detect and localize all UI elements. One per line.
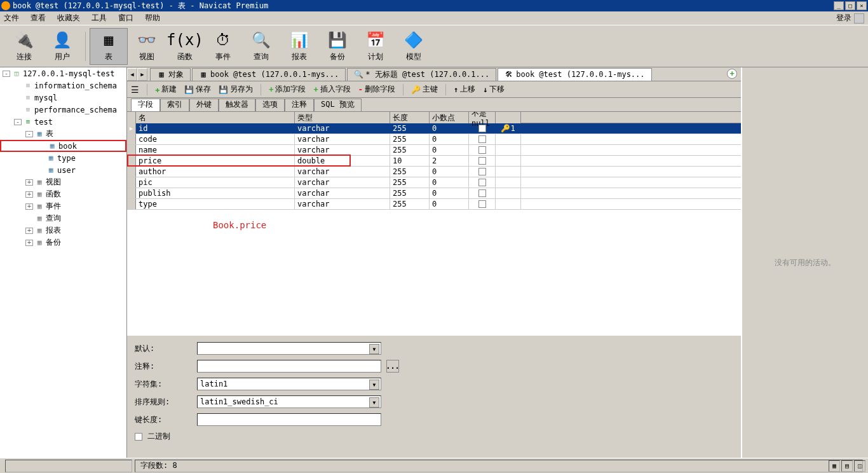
- field-row-price[interactable]: price double 10 2: [127, 156, 741, 167]
- notnull-checkbox[interactable]: [478, 189, 486, 197]
- cell-name[interactable]: price: [136, 156, 295, 166]
- tool-用户[interactable]: 👤用户: [43, 28, 81, 65]
- notnull-checkbox[interactable]: [478, 200, 486, 208]
- cell-length[interactable]: 255: [390, 134, 430, 144]
- field-row-type[interactable]: type varchar 255 0: [127, 199, 741, 210]
- expand-toggle[interactable]: -: [3, 71, 10, 77]
- add-tab-button[interactable]: +: [727, 69, 737, 79]
- subtab-索引[interactable]: 索引: [160, 99, 189, 111]
- tree-item-报表[interactable]: +▦报表: [0, 224, 126, 236]
- tree-item-performance_schema[interactable]: ≡performance_schema: [0, 104, 126, 116]
- tree-item-表[interactable]: -▦表: [0, 128, 126, 140]
- notnull-checkbox[interactable]: ✓: [478, 125, 486, 132]
- menu-工具[interactable]: 工具: [92, 13, 107, 24]
- expand-toggle[interactable]: +: [25, 179, 33, 186]
- subtab-外键[interactable]: 外键: [189, 99, 219, 111]
- field-row-author[interactable]: author varchar 255 0: [127, 167, 741, 177]
- status-icon-3[interactable]: ◫: [854, 460, 865, 472]
- tree-item-type[interactable]: ▦type: [0, 152, 126, 164]
- action-新建[interactable]: ✚新建: [155, 84, 177, 95]
- comment-input[interactable]: [197, 360, 381, 373]
- keylen-input[interactable]: [197, 413, 381, 426]
- tree-item-事件[interactable]: +▦事件: [0, 200, 126, 212]
- subtab-注释[interactable]: 注释: [285, 99, 314, 111]
- expand-toggle[interactable]: +: [25, 240, 33, 246]
- tool-模型[interactable]: 🔷模型: [395, 28, 433, 65]
- tool-视图[interactable]: 👓视图: [128, 28, 166, 65]
- cell-decimals[interactable]: 0: [430, 188, 469, 198]
- cell-type[interactable]: varchar: [295, 199, 390, 209]
- cell-length[interactable]: 255: [390, 188, 430, 198]
- col-header-0[interactable]: 名: [136, 112, 295, 123]
- charset-select[interactable]: latin1: [197, 378, 381, 390]
- action-另存为[interactable]: 💾另存为: [219, 84, 253, 95]
- cell-key[interactable]: [496, 177, 521, 188]
- tool-连接[interactable]: 🔌连接: [5, 28, 43, 65]
- cell-type[interactable]: double: [295, 156, 390, 166]
- cell-type[interactable]: varchar: [295, 177, 390, 188]
- binary-checkbox[interactable]: [135, 433, 142, 441]
- tab-scroll-left[interactable]: ◀: [127, 68, 137, 81]
- action-删除字段[interactable]: -删除字段: [358, 84, 395, 95]
- tool-报表[interactable]: 📊报表: [280, 28, 318, 65]
- cell-length[interactable]: 255: [390, 167, 430, 177]
- col-header-4[interactable]: 不是 null: [469, 112, 496, 123]
- menu-帮助[interactable]: 帮助: [145, 13, 160, 24]
- notnull-checkbox[interactable]: [478, 157, 486, 165]
- close-button[interactable]: ×: [857, 1, 867, 10]
- cell-notnull[interactable]: [469, 199, 496, 209]
- tool-表[interactable]: ▦表: [90, 28, 128, 65]
- cell-type[interactable]: varchar: [295, 123, 390, 134]
- fields-grid[interactable]: 名类型长度小数点不是 null ▶ id varchar 255 0 ✓ 🔑1 …: [127, 112, 741, 334]
- col-header-2[interactable]: 长度: [390, 112, 430, 123]
- expand-toggle[interactable]: +: [25, 203, 33, 210]
- col-header-3[interactable]: 小数点: [430, 112, 469, 123]
- cell-name[interactable]: name: [136, 145, 295, 155]
- notnull-checkbox[interactable]: [478, 179, 486, 186]
- subtab-SQL 预览[interactable]: SQL 预览: [314, 99, 362, 111]
- tree-item-备份[interactable]: +▦备份: [0, 236, 126, 249]
- cell-name[interactable]: code: [136, 134, 295, 144]
- cell-notnull[interactable]: ✓: [469, 123, 496, 134]
- cell-type[interactable]: varchar: [295, 188, 390, 198]
- action-添加字段[interactable]: +添加字段: [269, 84, 306, 95]
- cell-key[interactable]: [496, 188, 521, 198]
- connection-tree[interactable]: -◫127.0.0.1-mysql-test≡information_schem…: [0, 67, 127, 458]
- cell-type[interactable]: varchar: [295, 145, 390, 155]
- menu-查看[interactable]: 查看: [31, 13, 46, 24]
- cell-notnull[interactable]: [469, 188, 496, 198]
- tree-item-视图[interactable]: +▦视图: [0, 176, 126, 188]
- expand-toggle[interactable]: -: [25, 131, 33, 137]
- cell-decimals[interactable]: 0: [430, 145, 469, 155]
- notnull-checkbox[interactable]: [478, 168, 486, 175]
- cell-length[interactable]: 10: [390, 156, 430, 166]
- cell-name[interactable]: id: [136, 123, 295, 134]
- expand-toggle[interactable]: +: [25, 191, 33, 198]
- action-上移[interactable]: ↑上移: [454, 84, 475, 95]
- tree-item-函数[interactable]: +▦函数: [0, 188, 126, 200]
- cell-notnull[interactable]: [469, 134, 496, 144]
- cell-name[interactable]: publish: [136, 188, 295, 198]
- cell-notnull[interactable]: [469, 167, 496, 177]
- tool-查询[interactable]: 🔍查询: [242, 28, 280, 65]
- cell-length[interactable]: 255: [390, 199, 430, 209]
- tool-备份[interactable]: 💾备份: [318, 28, 356, 65]
- cell-notnull[interactable]: [469, 156, 496, 166]
- cell-length[interactable]: 255: [390, 145, 430, 155]
- col-header-5[interactable]: [496, 112, 521, 123]
- status-icon-1[interactable]: ▦: [829, 460, 840, 472]
- field-row-code[interactable]: code varchar 255 0: [127, 134, 741, 145]
- cell-type[interactable]: varchar: [295, 167, 390, 177]
- notnull-checkbox[interactable]: [478, 146, 486, 154]
- cell-notnull[interactable]: [469, 177, 496, 188]
- cell-name[interactable]: pic: [136, 177, 295, 188]
- menu-文件[interactable]: 文件: [4, 13, 19, 24]
- cell-decimals[interactable]: 0: [430, 167, 469, 177]
- cell-type[interactable]: varchar: [295, 134, 390, 144]
- expand-toggle[interactable]: +: [25, 228, 33, 234]
- status-icon-2[interactable]: ▤: [841, 460, 853, 472]
- cell-length[interactable]: 255: [390, 123, 430, 134]
- tree-item-book[interactable]: ▦book: [0, 140, 126, 152]
- menu-窗口[interactable]: 窗口: [118, 13, 133, 24]
- cell-name[interactable]: author: [136, 167, 295, 177]
